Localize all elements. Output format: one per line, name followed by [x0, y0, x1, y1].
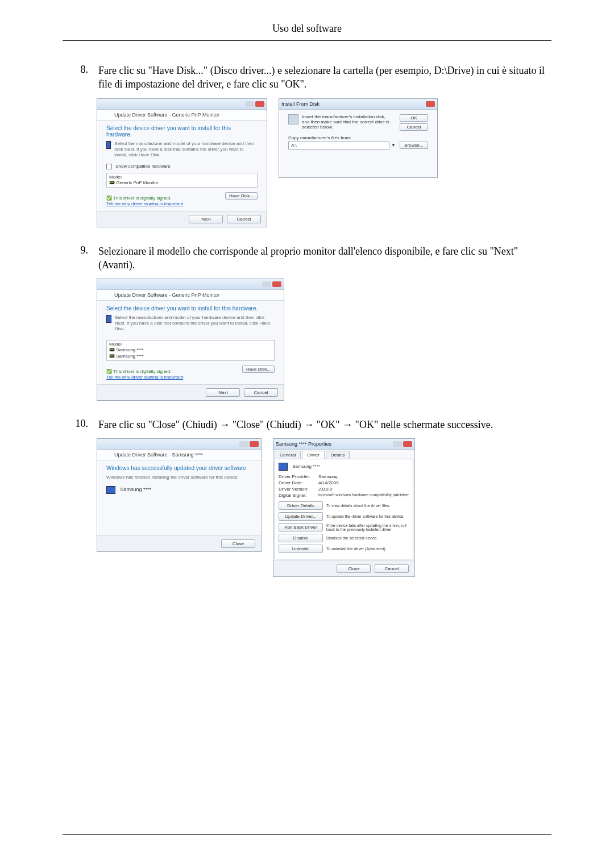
have-disk-button[interactable]: Have Disk... [242, 366, 275, 373]
provider-value: Samsung [318, 474, 338, 479]
version-label: Driver Version: [279, 487, 318, 492]
signer-value: microsoft windows hardware compatibility… [318, 493, 409, 498]
success-heading: Windows has successfully updated your dr… [106, 465, 252, 471]
header-divider [63, 40, 551, 41]
device-name: Samsung **** [121, 487, 152, 493]
rollback-desc: If the device fails after updating the d… [326, 524, 409, 531]
dialog-install-from-disk: Install From Disk Insert the manufacture… [279, 98, 438, 178]
rollback-button[interactable]: Roll Back Driver [279, 523, 323, 531]
footer-divider [63, 834, 551, 835]
close-icon[interactable] [250, 441, 259, 447]
path-dropdown[interactable]: A:\ [288, 142, 389, 149]
date-value: 4/14/2005 [318, 480, 339, 485]
cancel-button[interactable]: Cancel [375, 564, 409, 573]
update-driver-desc: To update the driver software for this d… [326, 514, 409, 518]
tab-details[interactable]: Details [326, 451, 350, 459]
model-item[interactable]: 📟 Samsung **** [109, 353, 272, 359]
dialog-update-driver: Update Driver Software - Generic PnP Mon… [97, 98, 267, 227]
dialog-update-success: Update Driver Software - Samsung **** Wi… [97, 438, 262, 552]
signed-text: ✅ This driver is digitally signed. [106, 369, 183, 374]
signer-label: Digital Signer: [279, 493, 318, 498]
close-icon[interactable] [272, 281, 281, 287]
ok-button[interactable]: OK [400, 114, 428, 122]
have-disk-button[interactable]: Have Disk... [225, 192, 258, 200]
floppy-icon [288, 114, 298, 124]
model-item[interactable]: 📟 Generic PnP Monitor [109, 180, 255, 186]
success-sub: Windows has finished installing the driv… [106, 475, 252, 480]
step-10-text: Fare clic su "Close" (Chiudi) → "Close" … [98, 418, 551, 431]
driver-details-button[interactable]: Driver Details [279, 501, 323, 510]
model-label: Model [109, 342, 272, 347]
monitor-icon [106, 141, 111, 149]
install-msg: Insert the manufacturer's installation d… [302, 114, 394, 130]
close-button[interactable]: Close [337, 564, 371, 573]
step-9: 9. Selezionare il modello che corrispond… [63, 244, 551, 272]
model-label: Model [109, 175, 255, 180]
next-button[interactable]: Next [206, 388, 240, 397]
signing-link[interactable]: Tell me why driver signing is important [106, 375, 183, 380]
compat-label: Show compatible hardware [115, 164, 171, 169]
signed-text: ✅ This driver is digitally signed. [106, 196, 183, 201]
close-icon[interactable] [426, 101, 435, 107]
uninstall-button[interactable]: Uninstall [279, 545, 323, 553]
tab-general[interactable]: General [275, 451, 301, 459]
dialog-title: Install From Disk [281, 101, 320, 107]
version-value: 2.0.0.0 [318, 487, 332, 492]
next-button[interactable]: Next [189, 215, 223, 223]
dialog-subtext: Select the manufacturer and model of you… [115, 315, 275, 332]
uninstall-desc: To uninstall the driver (Advanced). [326, 547, 409, 551]
window-controls [245, 101, 264, 107]
dialog-title: Samsung **** Properties [276, 441, 331, 447]
dialog-heading: Select the device driver you want to ins… [106, 125, 258, 138]
dialog-properties: Samsung **** Properties General Driver D… [273, 438, 415, 577]
step-10-number: 10. [63, 418, 98, 431]
dialog-heading: Select the device driver you want to ins… [106, 305, 275, 312]
close-button[interactable]: Close [221, 539, 255, 548]
step-9-number: 9. [63, 244, 98, 272]
disable-button[interactable]: Disable [279, 534, 323, 542]
tab-driver[interactable]: Driver [302, 451, 324, 459]
copy-from-label: Copy manufacturer's files from: [288, 135, 428, 140]
page-title: Uso del software [63, 23, 551, 35]
browse-button[interactable]: Browse... [400, 142, 428, 149]
breadcrumb: Update Driver Software - Samsung **** [97, 450, 261, 460]
step-8-text: Fare clic su "Have Disk..." (Disco drive… [98, 64, 551, 92]
monitor-icon [106, 315, 111, 323]
step-9-text: Selezionare il modello che corrisponde a… [98, 244, 551, 272]
disable-desc: Disables the selected device. [326, 536, 409, 540]
cancel-button[interactable]: Cancel [400, 123, 428, 131]
step-10: 10. Fare clic su "Close" (Chiudi) → "Clo… [63, 418, 551, 431]
signing-link[interactable]: Tell me why driver signing is important [106, 201, 183, 206]
close-icon[interactable] [255, 101, 264, 107]
cancel-button[interactable]: Cancel [227, 215, 261, 223]
cancel-button[interactable]: Cancel [244, 388, 278, 397]
update-driver-button[interactable]: Update Driver... [279, 512, 323, 521]
breadcrumb: Update Driver Software - Generic PnP Mon… [97, 110, 267, 121]
dialog-subtext: Select the manufacturer and model of you… [114, 141, 258, 158]
monitor-icon [279, 463, 288, 471]
provider-label: Driver Provider: [279, 474, 318, 479]
driver-details-desc: To view details about the driver files. [326, 504, 409, 508]
step-8-number: 8. [63, 64, 98, 92]
date-label: Driver Date: [279, 480, 318, 485]
device-name: Samsung **** [292, 464, 320, 470]
model-listbox[interactable]: Model 📟 Samsung **** 📟 Samsung **** [106, 340, 275, 361]
breadcrumb: Update Driver Software - Generic PnP Mon… [97, 290, 284, 301]
compat-checkbox[interactable] [106, 164, 112, 169]
dialog-update-driver-2: Update Driver Software - Generic PnP Mon… [97, 279, 284, 401]
step-8: 8. Fare clic su "Have Disk..." (Disco dr… [63, 64, 551, 92]
model-listbox[interactable]: Model 📟 Generic PnP Monitor [106, 173, 258, 188]
monitor-icon [106, 486, 115, 494]
close-icon[interactable] [403, 441, 412, 447]
model-item[interactable]: 📟 Samsung **** [109, 347, 272, 353]
